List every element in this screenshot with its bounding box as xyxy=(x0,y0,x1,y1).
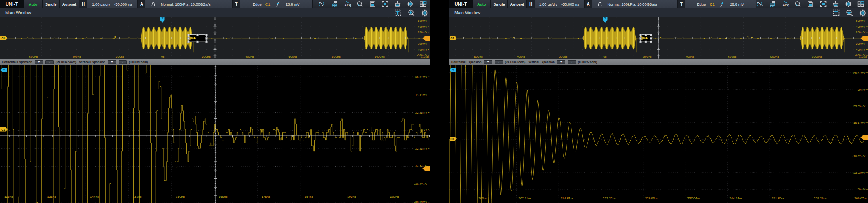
selection-handle[interactable] xyxy=(197,34,199,36)
acquire-section-label: A xyxy=(137,0,145,8)
zoom-window-plot[interactable]: TC1200ns207.41ns214.81ns222.22ns229.63ns… xyxy=(449,65,868,203)
screenshot-root: UNI-T Auto Single Autoset H 1.00 µs/div … xyxy=(0,0,868,203)
trigger-level-value: 28.8 mV xyxy=(730,2,744,6)
zoom-voltage-label: 22.22mV xyxy=(415,111,427,114)
main-window-plot[interactable]: C1-600ns-400ns-200ns0s200ns400ns600ns800… xyxy=(449,17,868,59)
zoom-voltage-label: 50mV xyxy=(857,88,865,91)
vertical-expansion-increase-button[interactable]: + xyxy=(108,60,116,64)
selection-handle[interactable] xyxy=(206,41,208,43)
strip-time-label: -200ns xyxy=(115,55,124,59)
selection-handle[interactable] xyxy=(645,34,647,36)
zoom-window-plot[interactable]: TC1128ns136ns144ns152ns160ns168ns176ns18… xyxy=(0,65,430,203)
trigger-source: C1 xyxy=(710,2,714,6)
strip-time-label: -600ns xyxy=(28,55,38,59)
search-icon[interactable] xyxy=(794,1,802,8)
strip-voltage-label: 200mV xyxy=(418,30,427,34)
clear-icon[interactable] xyxy=(832,1,840,8)
zoom-selection-box[interactable] xyxy=(188,34,208,43)
strip-voltage-label: -200mV xyxy=(417,42,427,46)
horizontal-settings[interactable]: 1.00 µs/div -50.000 ns xyxy=(535,0,584,8)
zoom-time-label: 214.81ns xyxy=(561,197,574,200)
window-settings-icon[interactable] xyxy=(859,9,866,17)
strip-time-label: -200ns xyxy=(558,55,567,59)
zoom-time-label: 136ns xyxy=(47,195,56,199)
selection-handle[interactable] xyxy=(650,41,652,43)
zoom-down-icon[interactable] xyxy=(846,9,853,17)
vertical-expansion-increase-button[interactable]: + xyxy=(557,60,565,64)
single-button[interactable]: Single xyxy=(491,0,508,8)
main-window-titlebar: Main Window xyxy=(449,8,868,17)
main-plot-canvas[interactable]: C1-600ns-400ns-200ns0s200ns400ns600ns800… xyxy=(0,17,430,59)
horizontal-expansion-increase-button[interactable]: + xyxy=(35,60,43,64)
horizontal-settings[interactable]: 1.00 µs/div -50.000 ns xyxy=(87,0,137,8)
main-window-plot[interactable]: C1-600ns-400ns-200ns0s200ns400ns600ns800… xyxy=(0,17,430,59)
strip-time-label: 200ns xyxy=(643,55,652,59)
zoom-time-label: 152ns xyxy=(133,195,142,199)
zoom-voltage-label: -44.44mV xyxy=(414,165,427,168)
single-button[interactable]: Single xyxy=(42,0,60,8)
clear-icon[interactable] xyxy=(394,1,401,8)
strip-time-label: 800ns xyxy=(770,55,779,59)
zoom-plot-canvas[interactable]: TC1128ns136ns144ns152ns160ns168ns176ns18… xyxy=(0,65,430,203)
horizontal-expansion-decrease-button[interactable]: - xyxy=(45,60,54,64)
cursor-icon[interactable] xyxy=(756,1,764,8)
capture-icon[interactable] xyxy=(819,1,827,8)
vertical-expansion-decrease-button[interactable]: - xyxy=(568,60,576,64)
autoset-button[interactable]: Autoset xyxy=(508,0,527,8)
selection-handle[interactable] xyxy=(640,37,642,39)
annotate-icon[interactable] xyxy=(832,9,840,17)
strip-time-label: 600ns xyxy=(728,55,736,59)
capture-icon[interactable] xyxy=(381,1,389,8)
autoset-button[interactable]: Autoset xyxy=(60,0,79,8)
horizontal-expansion-decrease-button[interactable]: - xyxy=(495,60,503,64)
window-settings-icon[interactable] xyxy=(421,9,428,17)
acq-icon[interactable]: Acq xyxy=(343,1,351,8)
horizontal-offset-value: -50.000 ns xyxy=(114,2,132,6)
acquire-settings[interactable]: Normal, 100kPts, 10.00GSa/s xyxy=(145,0,232,8)
vertical-zoom-value: (0.000xZoom) xyxy=(129,60,148,64)
selection-handle[interactable] xyxy=(640,41,642,43)
svg-text:Acq: Acq xyxy=(782,3,789,7)
fft-icon[interactable] xyxy=(331,1,338,8)
zoom-plot-canvas[interactable]: TC1200ns207.41ns214.81ns222.22ns229.63ns… xyxy=(449,65,868,203)
layout-icon[interactable] xyxy=(419,1,427,8)
vertical-expansion-decrease-button[interactable]: - xyxy=(119,60,127,64)
cursor-icon[interactable] xyxy=(318,1,326,8)
run-mode-button[interactable]: Auto xyxy=(24,0,42,8)
horizontal-expansion-increase-button[interactable]: + xyxy=(484,60,492,64)
selection-handle[interactable] xyxy=(645,41,647,43)
selection-handle[interactable] xyxy=(197,41,199,43)
selection-handle[interactable] xyxy=(188,41,190,43)
selection-handle[interactable] xyxy=(206,34,208,36)
oscilloscope-window-right: UNI-T Auto Single Autoset H 1.00 µs/div … xyxy=(449,0,868,203)
selection-handle[interactable] xyxy=(650,34,652,36)
zoom-time-label: 184ns xyxy=(305,195,313,199)
save-icon[interactable] xyxy=(369,1,376,8)
settings-icon[interactable] xyxy=(407,1,414,8)
zoom-time-label: 128ns xyxy=(4,195,13,199)
trigger-settings[interactable]: Edge C1 28.8 mV xyxy=(685,0,756,8)
c1-tag-text: C1 xyxy=(1,36,5,40)
trigger-settings[interactable]: Edge C1 28.8 mV xyxy=(240,0,313,8)
selection-handle[interactable] xyxy=(188,37,190,39)
acq-icon[interactable]: Acq xyxy=(781,1,789,8)
annotate-icon[interactable] xyxy=(394,9,401,17)
run-mode-button[interactable]: Auto xyxy=(473,0,491,8)
layout-icon[interactable] xyxy=(857,1,865,8)
fft-icon[interactable] xyxy=(769,1,776,8)
acquire-settings[interactable]: Normal, 100kPts, 10.00GSa/s xyxy=(592,0,677,8)
vertical-zoom-value: (0.000xZoom) xyxy=(578,60,597,64)
save-icon[interactable] xyxy=(807,1,814,8)
selection-handle[interactable] xyxy=(206,37,208,39)
main-plot-canvas[interactable]: C1-600ns-400ns-200ns0s200ns400ns600ns800… xyxy=(449,17,868,59)
toolbar-spacer xyxy=(313,0,318,8)
selection-handle[interactable] xyxy=(188,34,190,36)
selection-handle[interactable] xyxy=(640,34,642,36)
strip-voltage-label: -600mV xyxy=(855,53,865,57)
uni-t-logo: UNI-T xyxy=(0,0,24,8)
selection-handle[interactable] xyxy=(650,37,652,39)
zoom-selection-box[interactable] xyxy=(640,34,652,43)
search-icon[interactable] xyxy=(356,1,363,8)
settings-icon[interactable] xyxy=(845,1,852,8)
zoom-in-icon[interactable] xyxy=(408,9,415,17)
